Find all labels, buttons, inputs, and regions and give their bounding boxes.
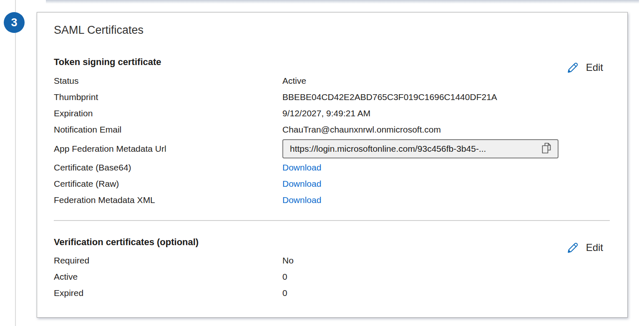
saml-certificates-card: SAML Certificates Token signing certific… (37, 12, 628, 318)
edit-button-label: Edit (586, 242, 603, 253)
certificate-base64-row: Certificate (Base64) Download (54, 159, 610, 176)
required-label: Required (54, 256, 282, 266)
expired-value: 0 (282, 288, 610, 298)
expired-row: Expired 0 (54, 285, 610, 301)
expiration-value: 9/12/2027, 9:49:21 AM (282, 108, 610, 118)
certificate-base64-download-link[interactable]: Download (282, 163, 321, 172)
download-rows: Certificate (Base64) Download Certificat… (54, 159, 610, 208)
verification-rows: Required No Active 0 Expired 0 (54, 252, 610, 301)
expiration-row: Expiration 9/12/2027, 9:49:21 AM (54, 105, 610, 121)
certificate-raw-download-link[interactable]: Download (282, 179, 321, 188)
thumbprint-value: BBEBE04CD42E2ABD765C3F019C1696C1440DF21A (282, 92, 610, 102)
thumbprint-label: Thumbprint (54, 92, 282, 102)
pencil-icon (566, 61, 579, 74)
status-row: Status Active (54, 73, 610, 89)
required-row: Required No (54, 252, 610, 268)
expired-label: Expired (54, 288, 282, 298)
step-number: 3 (11, 16, 17, 29)
copy-url-button[interactable] (541, 142, 552, 156)
status-value: Active (282, 76, 610, 86)
notification-email-row: Notification Email ChauTran@chaunxnrwl.o… (54, 121, 610, 138)
certificate-base64-label: Certificate (Base64) (54, 163, 282, 173)
expiration-label: Expiration (54, 108, 282, 118)
federation-metadata-xml-download-link[interactable]: Download (282, 195, 321, 205)
federation-metadata-xml-row: Federation Metadata XML Download (54, 192, 610, 208)
app-federation-metadata-url-value: https://login.microsoftonline.com/93c456… (290, 144, 536, 154)
edit-button-label: Edit (586, 62, 603, 73)
notification-email-value: ChauTran@chaunxnrwl.onmicrosoft.com (282, 125, 610, 135)
certificate-raw-row: Certificate (Raw) Download (54, 176, 610, 192)
token-signing-certificate-section: Token signing certificate Edit Status Ac… (54, 56, 610, 208)
previous-card-shadow (46, 0, 639, 4)
verification-certificates-section: Verification certificates (optional) Edi… (54, 236, 610, 301)
required-value: No (282, 256, 610, 266)
certificate-raw-label: Certificate (Raw) (54, 179, 282, 189)
federation-metadata-xml-label: Federation Metadata XML (54, 195, 282, 205)
active-row: Active 0 (54, 268, 610, 285)
app-federation-metadata-url-label: App Federation Metadata Url (54, 144, 282, 154)
thumbprint-row: Thumbprint BBEBE04CD42E2ABD765C3F019C169… (54, 89, 610, 105)
verification-section-heading: Verification certificates (optional) (54, 236, 610, 248)
token-certificate-edit-button[interactable]: Edit (566, 61, 603, 74)
copy-icon (541, 142, 552, 156)
active-value: 0 (282, 272, 610, 282)
app-federation-metadata-url-row: App Federation Metadata Url https://logi… (54, 138, 610, 159)
verification-certificates-edit-button[interactable]: Edit (566, 241, 603, 254)
step-connector-line (15, 0, 16, 326)
card-title: SAML Certificates (54, 23, 610, 37)
app-federation-metadata-url-field[interactable]: https://login.microsoftonline.com/93c456… (282, 139, 558, 158)
status-label: Status (54, 76, 282, 86)
token-section-heading: Token signing certificate (54, 56, 610, 68)
section-divider (54, 220, 610, 221)
notification-email-label: Notification Email (54, 125, 282, 135)
step-number-badge: 3 (4, 12, 25, 33)
active-label: Active (54, 272, 282, 282)
token-certificate-rows: Status Active Thumbprint BBEBE04CD42E2AB… (54, 73, 610, 208)
pencil-icon (566, 241, 579, 254)
